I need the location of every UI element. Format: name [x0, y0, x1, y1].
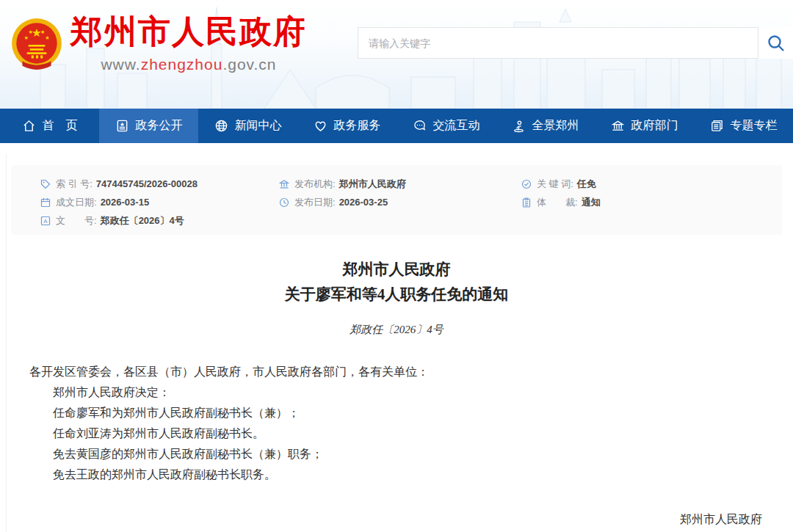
doc-paragraph: 免去黄国彦的郑州市人民政府副秘书长（兼）职务； — [29, 444, 764, 464]
document-content: 郑州市人民政府 关于廖军和等4人职务任免的通知 郑政任〔2026〕4号 各开发区… — [0, 235, 793, 532]
heart-icon — [314, 119, 327, 133]
page: ★ ★ ★ ★ ★ 郑州市人民政府 www.zhengzhou.gov.cn — [0, 0, 793, 532]
document-title-line1: 郑州市人民政府 — [29, 257, 764, 282]
calendar-icon — [40, 197, 51, 208]
meta-row-doc-number: A 文 号: 郑政任〔2026〕4号 — [40, 211, 279, 230]
meta-column-3: 关 键 词: 任免 体 裁: 通知 — [521, 175, 782, 235]
svg-text:★: ★ — [29, 29, 33, 35]
national-emblem-logo: ★ ★ ★ ★ ★ — [9, 16, 65, 72]
bank-icon — [279, 179, 289, 189]
brand-text: 郑州市人民政府 www.zhengzhou.gov.cn — [70, 12, 307, 73]
site-url: www.zhengzhou.gov.cn — [70, 56, 307, 73]
svg-text:★: ★ — [40, 29, 45, 35]
bank-building-icon — [611, 119, 625, 133]
meta-row-publisher: 发布机构: 郑州市人民政府 — [279, 175, 521, 193]
meta-row-written-date: 成文日期: 2026-03-15 — [40, 193, 279, 211]
signature-org: 郑州市人民政府 — [29, 509, 762, 531]
tag-icon — [40, 179, 51, 189]
document-body: 各开发区管委会，各区县（市）人民政府，市人民政府各部门，各有关单位： 郑州市人民… — [29, 362, 764, 485]
nav-item-home[interactable]: 首 页 — [0, 109, 99, 143]
chat-bubble-icon — [413, 119, 427, 133]
document-meta-box: 索 引 号: 747445745/2026-00028 成文日期: 2026-0… — [11, 165, 782, 235]
clock-icon — [279, 197, 289, 208]
nav-item-departments[interactable]: 政府部门 — [595, 109, 694, 143]
meta-row-keywords: 关 键 词: 任免 — [521, 175, 782, 193]
doc-number-icon: A — [40, 216, 51, 226]
nav-item-interaction[interactable]: 交流互动 — [396, 109, 496, 143]
meta-row-index-number: 索 引 号: 747445745/2026-00028 — [40, 175, 279, 193]
globe-icon — [214, 119, 228, 133]
document-title-line2: 关于廖军和等4人职务任免的通知 — [29, 282, 764, 307]
search-bar — [358, 27, 793, 59]
svg-text:★: ★ — [45, 35, 49, 41]
site-title: 郑州市人民政府 — [70, 12, 307, 53]
stacked-docs-icon — [710, 119, 724, 133]
panorama-person-icon — [512, 119, 526, 133]
svg-text:A: A — [43, 218, 48, 225]
search-input[interactable] — [358, 27, 758, 59]
document-signature-block: 郑州市人民政府 2026年3月15日 — [29, 509, 764, 532]
search-icon — [767, 34, 786, 53]
document-title: 郑州市人民政府 关于廖军和等4人职务任免的通知 — [29, 257, 764, 307]
doc-paragraph: 任命刘亚涛为郑州市人民政府副秘书长。 — [29, 423, 764, 444]
svg-text:★: ★ — [23, 35, 28, 41]
main-nav: 首 页 政务公开 新闻中心 政务服务 — [0, 109, 793, 143]
doc-paragraph: 郑州市人民政府决定： — [29, 382, 764, 403]
meta-row-genre: 体 裁: 通知 — [521, 193, 782, 211]
nav-item-topics[interactable]: 专题专栏 — [694, 109, 793, 143]
nav-item-services[interactable]: 政务服务 — [297, 109, 396, 143]
doc-paragraph: 免去王政的郑州市人民政府副秘书长职务。 — [29, 464, 764, 485]
site-brand[interactable]: ★ ★ ★ ★ ★ 郑州市人民政府 www.zhengzhou.gov.cn — [9, 12, 307, 73]
document-number: 郑政任〔2026〕4号 — [29, 323, 764, 337]
meta-column-1: 索 引 号: 747445745/2026-00028 成文日期: 2026-0… — [40, 175, 279, 235]
shield-check-icon — [521, 179, 532, 189]
meta-column-2: 发布机构: 郑州市人民政府 发布日期: 2026-03-25 — [279, 175, 521, 235]
meta-row-publish-date: 发布日期: 2026-03-25 — [279, 193, 521, 211]
clipboard-icon — [521, 197, 532, 208]
nav-item-govinfo[interactable]: 政务公开 — [99, 109, 198, 143]
nav-item-news[interactable]: 新闻中心 — [198, 109, 297, 143]
document-star-icon — [115, 119, 129, 133]
site-header: ★ ★ ★ ★ ★ 郑州市人民政府 www.zhengzhou.gov.cn — [0, 0, 793, 109]
doc-paragraph: 各开发区管委会，各区县（市）人民政府，市人民政府各部门，各有关单位： — [29, 362, 764, 382]
search-button[interactable] — [758, 27, 793, 59]
nav-item-panorama[interactable]: 全景郑州 — [496, 109, 595, 143]
home-icon — [22, 119, 36, 133]
doc-paragraph: 任命廖军和为郑州市人民政府副秘书长（兼）； — [29, 403, 764, 423]
